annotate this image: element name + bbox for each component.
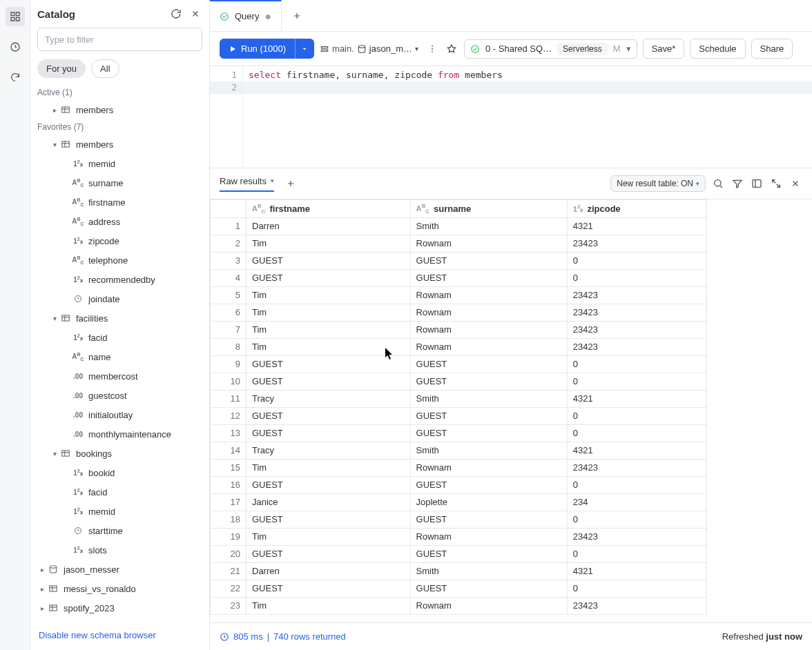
table-row[interactable]: 14TracySmith4321 <box>211 442 707 459</box>
cell-surname[interactable]: GUEST <box>410 511 567 528</box>
table-row[interactable]: 8TimRownam23423 <box>211 338 707 355</box>
tree-item[interactable]: 12₃slots <box>30 540 209 560</box>
column-header[interactable]: ABCsurname <box>410 200 567 218</box>
cell-surname[interactable]: GUEST <box>410 424 567 442</box>
cell-zipcode[interactable]: 0 <box>567 252 706 269</box>
cell-zipcode[interactable]: 23423 <box>567 459 706 476</box>
cell-surname[interactable]: GUEST <box>410 373 567 390</box>
table-row[interactable]: 11TracySmith4321 <box>211 390 707 407</box>
cell-firstname[interactable]: Tim <box>246 338 411 355</box>
table-row[interactable]: 9GUESTGUEST0 <box>211 355 707 373</box>
cell-surname[interactable]: Rownam <box>410 235 567 252</box>
cell-surname[interactable]: Rownam <box>410 286 567 304</box>
table-row[interactable]: 1DarrenSmith4321 <box>211 217 707 235</box>
tree-item[interactable]: ABCaddress <box>30 212 209 231</box>
cell-firstname[interactable]: Tim <box>246 321 411 338</box>
tree-item[interactable]: ▸messi_vs_ronaldo <box>30 579 209 598</box>
results-tab-raw[interactable]: Raw results ▾ <box>220 176 274 192</box>
cell-zipcode[interactable]: 234 <box>567 493 706 511</box>
cell-zipcode[interactable]: 23423 <box>567 528 706 545</box>
sql-editor[interactable]: 1 2 select firstname, surname, zipcode f… <box>210 66 812 168</box>
cell-surname[interactable]: Joplette <box>410 493 567 511</box>
chevron-down-icon[interactable]: ▾ <box>50 141 59 148</box>
schedule-button[interactable]: Schedule <box>690 39 745 59</box>
tree-item[interactable]: ABCtelephone <box>30 250 209 270</box>
tree-item[interactable]: ▾members <box>30 135 209 154</box>
cell-firstname[interactable]: Tim <box>246 235 411 252</box>
tree-item[interactable]: 12₃bookid <box>30 463 209 482</box>
cell-firstname[interactable]: GUEST <box>246 355 411 373</box>
table-row[interactable]: 20GUESTGUEST0 <box>211 545 707 562</box>
cell-surname[interactable]: Smith <box>410 217 567 235</box>
table-row[interactable]: 18GUESTGUEST0 <box>211 511 707 528</box>
filter-results-icon[interactable] <box>731 177 744 190</box>
cell-surname[interactable]: GUEST <box>410 580 567 597</box>
tree-item[interactable]: joindate <box>30 289 209 308</box>
cell-surname[interactable]: Rownam <box>410 321 567 338</box>
cell-firstname[interactable]: Darren <box>246 217 411 235</box>
cell-firstname[interactable]: GUEST <box>246 424 411 442</box>
tree-item[interactable]: .00initialoutlay <box>30 405 209 424</box>
chip-all[interactable]: All <box>91 59 119 78</box>
table-row[interactable]: 5TimRownam23423 <box>211 286 707 304</box>
cell-firstname[interactable]: Tim <box>246 304 411 321</box>
cell-surname[interactable]: Smith <box>410 562 567 580</box>
column-header[interactable]: 12₃zipcode <box>567 200 706 218</box>
tree-item[interactable]: ABCname <box>30 347 209 366</box>
table-row[interactable]: 16GUESTGUEST0 <box>211 476 707 493</box>
cell-firstname[interactable]: GUEST <box>246 373 411 390</box>
cell-surname[interactable]: GUEST <box>410 545 567 562</box>
cell-zipcode[interactable]: 0 <box>567 580 706 597</box>
cell-surname[interactable]: Smith <box>410 442 567 459</box>
run-button[interactable]: Run (1000) <box>220 39 295 59</box>
cell-zipcode[interactable]: 0 <box>567 511 706 528</box>
table-row[interactable]: 2TimRownam23423 <box>211 235 707 252</box>
tree-item[interactable]: ABCfirstname <box>30 193 209 212</box>
cell-zipcode[interactable]: 23423 <box>567 235 706 252</box>
cell-zipcode[interactable]: 23423 <box>567 304 706 321</box>
cell-zipcode[interactable]: 23423 <box>567 597 706 614</box>
search-results-icon[interactable] <box>711 177 725 190</box>
schema-selector[interactable]: main. jason_m… ▾ <box>320 43 418 54</box>
save-button[interactable]: Save* <box>643 39 685 59</box>
cell-surname[interactable]: Rownam <box>410 304 567 321</box>
tree-item[interactable]: 12₃zipcode <box>30 231 209 250</box>
cell-firstname[interactable]: GUEST <box>246 269 411 286</box>
cell-firstname[interactable]: Tim <box>246 459 411 476</box>
tree-item[interactable]: ABCsurname <box>30 173 209 193</box>
chevron-right-icon[interactable]: ▸ <box>37 566 47 573</box>
disable-schema-browser-link[interactable]: Disable new schema browser <box>39 630 156 640</box>
cell-zipcode[interactable]: 4321 <box>567 217 706 235</box>
table-row[interactable]: 4GUESTGUEST0 <box>211 269 707 286</box>
cell-surname[interactable]: Rownam <box>410 459 567 476</box>
table-row[interactable]: 23TimRownam23423 <box>211 597 707 614</box>
editor-code[interactable]: select firstname, surname, zipcode from … <box>243 66 812 168</box>
cell-firstname[interactable]: Janice <box>246 493 411 511</box>
cell-zipcode[interactable]: 0 <box>567 407 706 424</box>
table-row[interactable]: 19TimRownam23423 <box>211 528 707 545</box>
catalog-icon[interactable] <box>6 7 25 26</box>
table-row[interactable]: 17JaniceJoplette234 <box>211 493 707 511</box>
cell-zipcode[interactable]: 0 <box>567 476 706 493</box>
table-row[interactable]: 7TimRownam23423 <box>211 321 707 338</box>
cell-surname[interactable]: Smith <box>410 390 567 407</box>
tree-item[interactable]: .00monthlymaintenance <box>30 424 209 444</box>
cell-surname[interactable]: GUEST <box>410 476 567 493</box>
chevron-right-icon[interactable]: ▸ <box>37 585 47 593</box>
tree-item[interactable]: 12₃facid <box>30 328 209 347</box>
tree-item[interactable]: starttime <box>30 521 209 540</box>
cell-surname[interactable]: GUEST <box>410 407 567 424</box>
tree-item[interactable]: ▾bookings <box>30 444 209 463</box>
cell-firstname[interactable]: GUEST <box>246 545 411 562</box>
column-header[interactable]: ABCfirstname <box>246 200 411 218</box>
results-table-wrap[interactable]: ABCfirstnameABCsurname12₃zipcode 1Darren… <box>210 199 812 622</box>
tab-query[interactable]: Query ● <box>210 0 282 31</box>
cell-zipcode[interactable]: 0 <box>567 424 706 442</box>
cell-surname[interactable]: Rownam <box>410 338 567 355</box>
tree-item[interactable]: ▸members <box>30 100 209 119</box>
tree-item[interactable]: 12₃facid <box>30 482 209 502</box>
cell-zipcode[interactable]: 23423 <box>567 338 706 355</box>
cell-surname[interactable]: GUEST <box>410 252 567 269</box>
table-row[interactable]: 3GUESTGUEST0 <box>211 252 707 269</box>
expand-icon[interactable] <box>769 177 783 190</box>
